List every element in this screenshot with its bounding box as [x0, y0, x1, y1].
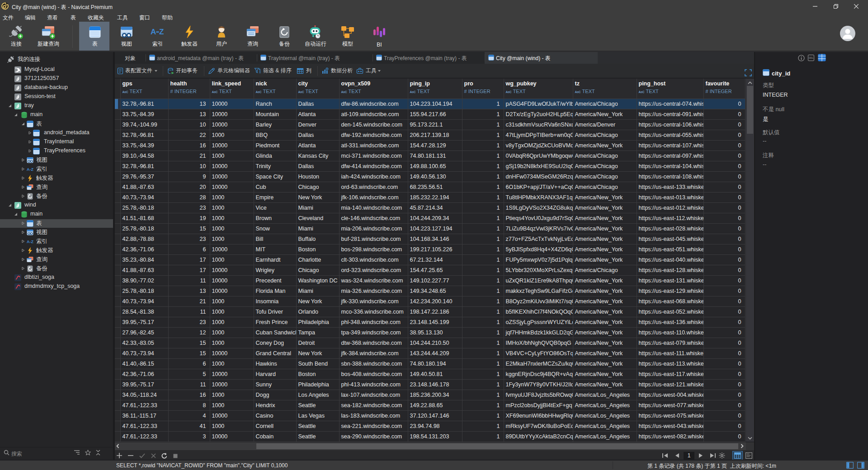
svg-text:Z: Z [159, 28, 164, 36]
svg-text:A-Z: A-Z [27, 240, 33, 244]
svg-text:A-Z: A-Z [27, 167, 33, 172]
svg-text:A: A [151, 28, 156, 36]
